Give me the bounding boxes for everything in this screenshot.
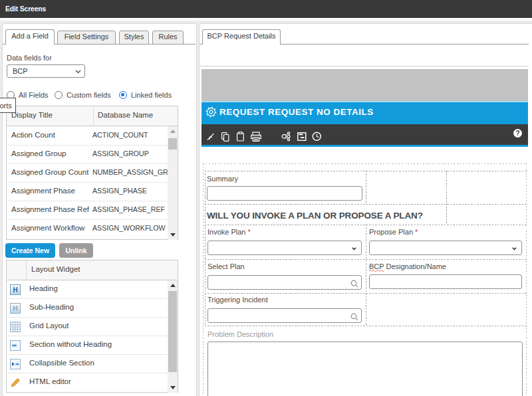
svg-text:H: H [13,286,17,294]
svg-text:H: H [13,305,17,312]
